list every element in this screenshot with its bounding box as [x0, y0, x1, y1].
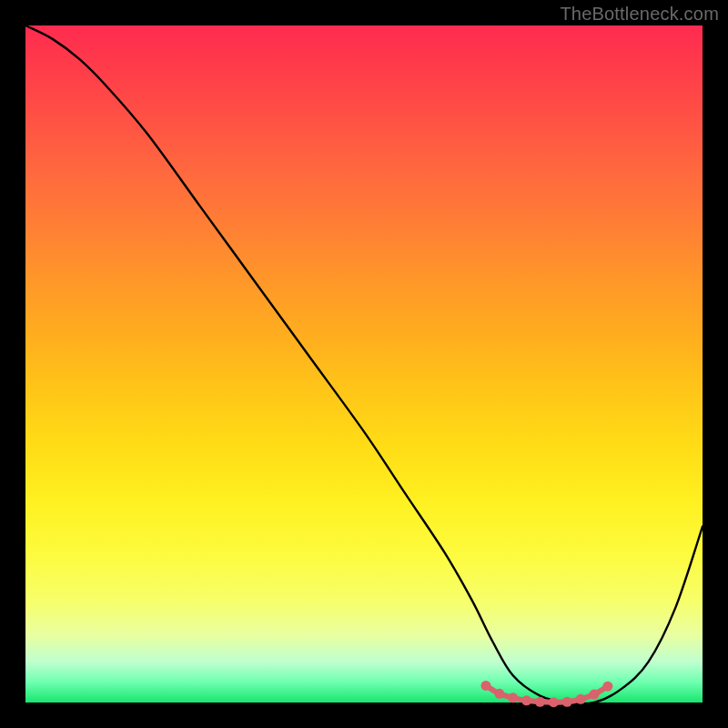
optimal-range-dot — [508, 693, 518, 703]
chart-frame: TheBottleneck.com — [0, 0, 728, 728]
optimal-range-dot — [535, 697, 545, 707]
watermark-text: TheBottleneck.com — [560, 4, 719, 25]
optimal-range-dot — [562, 697, 572, 707]
optimal-range-dot — [576, 694, 586, 704]
optimal-range-dot — [589, 690, 599, 700]
bottleneck-curve — [25, 25, 703, 703]
optimal-range-dot — [494, 689, 504, 699]
plot-area — [25, 25, 703, 703]
optimal-range-dot — [602, 682, 612, 692]
optimal-range-dot — [480, 681, 490, 691]
curve-layer — [25, 25, 703, 703]
optimal-range-dot — [549, 697, 559, 707]
optimal-range-dot — [521, 695, 531, 705]
